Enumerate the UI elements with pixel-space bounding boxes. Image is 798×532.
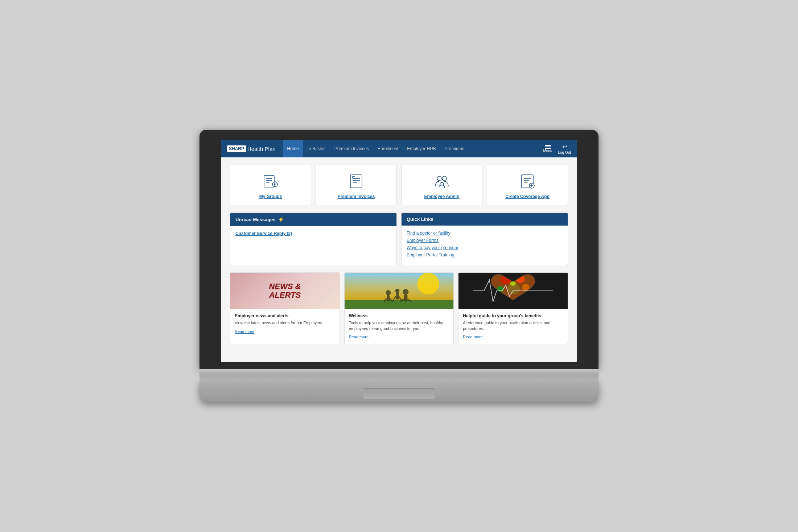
news-alerts-card: NEWS &ALERTS Employer news and alerts Vi… xyxy=(230,272,340,344)
logo: SHARP Health Plan xyxy=(227,145,276,152)
keyboard-base xyxy=(200,380,598,402)
create-coverage-tile[interactable]: Create Coverage App xyxy=(487,165,568,205)
menu-label: Menu xyxy=(543,149,552,153)
list-item: Employer Portal Training xyxy=(407,252,563,257)
main-content: My Groups $ xyxy=(221,157,577,362)
benefits-card: Helpful guide to your group's benefits A… xyxy=(458,272,568,344)
svg-rect-25 xyxy=(387,295,390,301)
employer-forms-link[interactable]: Employer Forms xyxy=(407,238,439,243)
trackpad xyxy=(363,388,435,399)
hamburger-icon xyxy=(545,145,551,149)
wellness-desc: Tools to help your employees be at their… xyxy=(349,320,449,331)
find-doctor-link[interactable]: Find a doctor or facility xyxy=(407,231,451,236)
premium-invoices-icon: $ xyxy=(347,172,365,190)
nav-home[interactable]: Home xyxy=(283,140,303,157)
svg-point-12 xyxy=(442,176,447,181)
logo-sharp: SHARP xyxy=(227,145,246,152)
news-alerts-heading: NEWS &ALERTS xyxy=(269,282,301,300)
quick-links-card: Quick Links Find a doctor or facility Em… xyxy=(401,213,568,265)
create-coverage-label: Create Coverage App xyxy=(505,194,550,199)
wellness-image xyxy=(345,273,454,309)
premium-invoices-label: Premium Invoices xyxy=(338,194,375,199)
logout-label: Log Out xyxy=(558,150,571,154)
svg-point-43 xyxy=(510,281,516,286)
employee-admin-tile[interactable]: Employee Admin xyxy=(401,165,482,205)
svg-point-32 xyxy=(403,289,408,295)
wellness-body: Wellness Tools to help your employees be… xyxy=(345,309,454,344)
list-item: Employer Forms xyxy=(407,238,563,243)
list-item: Find a doctor or facility xyxy=(407,231,563,236)
wellness-title: Wellness xyxy=(349,313,449,318)
logout-icon: ↩ xyxy=(562,143,567,150)
unread-messages-header: Unread Messages ⚡ xyxy=(230,213,396,226)
nav-items: Home In Basket Premium Invoices Enrollme… xyxy=(283,140,543,157)
lightning-icon: ⚡ xyxy=(278,216,284,222)
quick-links-list: Find a doctor or facility Employer Forms… xyxy=(407,231,563,257)
ways-to-pay-link[interactable]: Ways to pay your premium xyxy=(407,245,458,250)
menu-button[interactable]: Menu xyxy=(543,145,552,153)
logout-button[interactable]: ↩ Log Out xyxy=(558,143,571,154)
benefits-desc: A reference guide to your health plan po… xyxy=(463,320,563,331)
nav-premium-invoices[interactable]: Premium Invoices xyxy=(330,140,373,157)
news-alerts-image: NEWS &ALERTS xyxy=(230,273,340,309)
two-col-section: Unread Messages ⚡ Customer Service Reply… xyxy=(230,213,568,265)
unread-messages-title: Unread Messages xyxy=(235,217,276,222)
screen: SHARP Health Plan Home In Basket Premium… xyxy=(221,140,577,362)
quick-links-title: Quick Links xyxy=(407,216,433,222)
nav-right: Menu ↩ Log Out xyxy=(543,143,571,154)
tiles-row: My Groups $ xyxy=(230,165,568,205)
svg-rect-33 xyxy=(404,295,407,301)
laptop-base xyxy=(200,369,598,380)
benefits-image xyxy=(458,273,568,309)
news-row: NEWS &ALERTS Employer news and alerts Vi… xyxy=(230,272,568,344)
svg-point-28 xyxy=(395,289,399,293)
svg-point-11 xyxy=(437,176,441,181)
benefits-title: Helpful guide to your group's benefits xyxy=(463,313,563,318)
browser: SHARP Health Plan Home In Basket Premium… xyxy=(221,140,577,362)
benefits-body: Helpful guide to your group's benefits A… xyxy=(458,309,568,344)
news-alerts-body: Employer news and alerts View the latest… xyxy=(230,309,340,338)
nav-in-basket[interactable]: In Basket xyxy=(303,140,330,157)
my-groups-icon xyxy=(262,172,280,190)
svg-rect-23 xyxy=(345,300,454,309)
quick-links-header: Quick Links xyxy=(402,213,568,226)
wellness-card: Wellness Tools to help your employees be… xyxy=(344,272,454,344)
list-item: Ways to pay your premium xyxy=(407,245,563,250)
nav-employer-hub[interactable]: Employer HUB xyxy=(403,140,440,157)
navbar: SHARP Health Plan Home In Basket Premium… xyxy=(221,140,577,157)
unread-messages-card: Unread Messages ⚡ Customer Service Reply… xyxy=(230,213,397,265)
nav-premiums[interactable]: Premiums xyxy=(440,140,469,157)
unread-messages-body: Customer Service Reply (2) xyxy=(230,226,396,259)
svg-point-22 xyxy=(417,273,439,294)
svg-point-24 xyxy=(386,290,391,295)
news-alerts-read-more[interactable]: Read more xyxy=(235,329,254,334)
my-groups-label: My Groups xyxy=(259,194,282,199)
premium-invoices-tile[interactable]: $ Premium Invoices xyxy=(316,165,397,205)
employee-admin-icon xyxy=(433,172,451,190)
news-alerts-desc: View the latest news and alerts for our … xyxy=(235,320,335,326)
portal-training-link[interactable]: Employer Portal Training xyxy=(407,252,454,257)
customer-service-reply-link[interactable]: Customer Service Reply (2) xyxy=(235,231,292,236)
svg-rect-29 xyxy=(396,293,399,300)
screen-bezel: SHARP Health Plan Home In Basket Premium… xyxy=(200,130,598,369)
laptop: SHARP Health Plan Home In Basket Premium… xyxy=(200,130,598,402)
news-alerts-title: Employer news and alerts xyxy=(235,313,335,318)
benefits-read-more[interactable]: Read more xyxy=(463,335,482,339)
my-groups-tile[interactable]: My Groups xyxy=(230,165,311,205)
quick-links-body: Find a doctor or facility Employer Forms… xyxy=(402,226,568,265)
employee-admin-label: Employee Admin xyxy=(424,194,460,199)
svg-point-42 xyxy=(522,284,530,290)
nav-enrollment[interactable]: Enrollment xyxy=(373,140,403,157)
create-coverage-icon xyxy=(518,172,536,190)
svg-point-13 xyxy=(440,182,444,186)
logo-text: Health Plan xyxy=(247,146,276,152)
wellness-read-more[interactable]: Read more xyxy=(349,335,369,339)
